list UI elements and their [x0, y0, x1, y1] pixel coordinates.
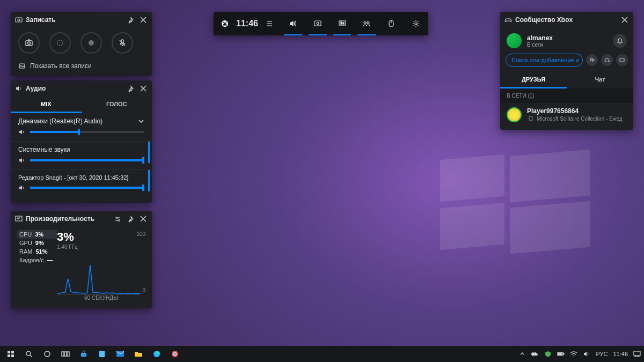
tray-overflow-icon[interactable] — [518, 350, 526, 358]
close-button[interactable] — [139, 16, 148, 24]
audio-device-label: Динамики (Realtek(R) Audio) — [18, 117, 103, 125]
svg-rect-47 — [62, 352, 64, 356]
graph-y-min: 0 — [142, 287, 145, 293]
svg-point-19 — [28, 42, 31, 45]
svg-point-37 — [590, 58, 592, 60]
svg-point-21 — [89, 40, 94, 46]
svg-rect-59 — [634, 351, 640, 356]
user-status: В сети — [527, 42, 553, 48]
close-button[interactable] — [620, 16, 629, 24]
mic-mute-button[interactable] — [112, 32, 133, 54]
search-input[interactable]: Поиск или добавление и — [506, 54, 583, 67]
app-volume-slider[interactable] — [30, 187, 144, 189]
svg-rect-50 — [99, 351, 105, 357]
headset-button[interactable] — [601, 54, 613, 66]
screenshot-button[interactable] — [18, 32, 40, 54]
svg-point-31 — [118, 219, 120, 221]
svg-point-20 — [57, 40, 63, 46]
topbar-performance-button[interactable] — [330, 12, 355, 35]
svg-rect-42 — [8, 354, 10, 357]
online-section-header: В СЕТИ (1) — [500, 88, 633, 103]
store-app[interactable] — [75, 346, 92, 362]
volume-icon — [18, 157, 26, 164]
windows-wallpaper-logo — [440, 153, 590, 249]
audio-title: Аудио — [26, 85, 46, 92]
perf-row-gpu[interactable]: GPU9% — [17, 239, 57, 247]
svg-rect-58 — [558, 353, 562, 355]
svg-rect-38 — [620, 58, 624, 62]
device-icon — [527, 115, 535, 122]
controller-icon — [504, 16, 512, 24]
looking-for-group-button[interactable] — [616, 54, 628, 66]
svg-point-10 — [367, 21, 369, 24]
chevron-down-icon[interactable] — [138, 118, 144, 124]
pin-button[interactable] — [126, 84, 135, 93]
perf-row-ram[interactable]: RAM51% — [17, 247, 57, 256]
perf-icon — [15, 215, 23, 223]
xbox-logo-icon — [221, 20, 229, 27]
action-center-icon[interactable] — [633, 350, 641, 358]
svg-point-9 — [364, 21, 366, 24]
settings-sliders-icon[interactable] — [113, 215, 122, 223]
mail-app[interactable] — [112, 346, 129, 362]
show-all-records-link[interactable]: Показать все записи — [30, 62, 92, 70]
topbar-xbox-social-button[interactable] — [354, 12, 379, 35]
xbox-title: Сообщество Xbox — [515, 16, 573, 24]
cortana-button[interactable] — [39, 346, 56, 362]
tab-voice[interactable]: ГОЛОС — [82, 97, 152, 113]
svg-rect-49 — [67, 352, 69, 356]
svg-point-13 — [415, 23, 417, 25]
svg-rect-4 — [314, 21, 321, 26]
battery-icon[interactable] — [557, 350, 565, 358]
device-volume-slider[interactable] — [30, 131, 144, 133]
perf-row-cpu[interactable]: CPU3% — [17, 230, 57, 239]
svg-rect-7 — [341, 22, 342, 24]
close-button[interactable] — [139, 215, 148, 223]
user-avatar[interactable] — [507, 33, 522, 48]
add-friend-button[interactable] — [586, 54, 598, 66]
onedrive-icon[interactable] — [531, 350, 539, 358]
svg-rect-14 — [16, 18, 22, 22]
security-icon[interactable] — [544, 350, 552, 358]
topbar-mouse-button[interactable] — [379, 12, 404, 35]
perf-row-fps[interactable]: Кадров/с— — [17, 256, 57, 264]
tab-friends[interactable]: ДРУЗЬЯ — [500, 72, 567, 88]
app-sound-label: Редактор Snagit - [окт 30, 2020 11:45:32… — [18, 174, 128, 181]
menu-list-icon[interactable] — [266, 20, 273, 27]
taskbar-clock[interactable]: 11:46 — [613, 351, 628, 357]
svg-rect-41 — [11, 351, 14, 353]
svg-point-5 — [317, 23, 319, 25]
notepad-app[interactable] — [93, 346, 111, 362]
username: almanex — [527, 34, 553, 42]
start-record-button[interactable] — [80, 32, 102, 54]
tab-mix[interactable]: MIX — [11, 97, 82, 113]
volume-icon — [18, 128, 26, 136]
search-button[interactable] — [20, 346, 38, 362]
record-panel: Записать Показать все записи — [11, 12, 152, 76]
friend-game-label: Microsoft Solitaire Collection - Ежед — [537, 116, 623, 122]
close-button[interactable] — [139, 84, 148, 93]
system-volume-slider[interactable] — [30, 159, 144, 161]
tab-chat[interactable]: Чат — [567, 72, 633, 88]
taskbar: РУС 11:46 — [0, 346, 644, 362]
topbar-capture-button[interactable] — [305, 12, 330, 35]
topbar-audio-button[interactable] — [281, 12, 305, 35]
explorer-app[interactable] — [130, 346, 147, 362]
pin-button[interactable] — [126, 215, 135, 223]
chrome-app[interactable] — [166, 346, 184, 362]
svg-rect-6 — [339, 21, 346, 25]
edge-app[interactable] — [148, 346, 165, 362]
task-view-button[interactable] — [57, 346, 74, 362]
sound-icon[interactable] — [583, 350, 590, 358]
pin-button[interactable] — [126, 16, 135, 24]
topbar-settings-button[interactable] — [404, 12, 428, 35]
start-button[interactable] — [2, 346, 19, 362]
wifi-icon[interactable] — [570, 350, 577, 358]
cpu-graph — [57, 252, 140, 295]
notifications-button[interactable] — [613, 34, 627, 48]
svg-rect-48 — [64, 352, 67, 356]
language-indicator[interactable]: РУС — [596, 351, 608, 357]
record-last-button[interactable] — [49, 32, 71, 54]
friend-avatar — [507, 107, 522, 122]
friend-item[interactable]: Player997656864 Microsoft Solitaire Coll… — [500, 103, 633, 130]
